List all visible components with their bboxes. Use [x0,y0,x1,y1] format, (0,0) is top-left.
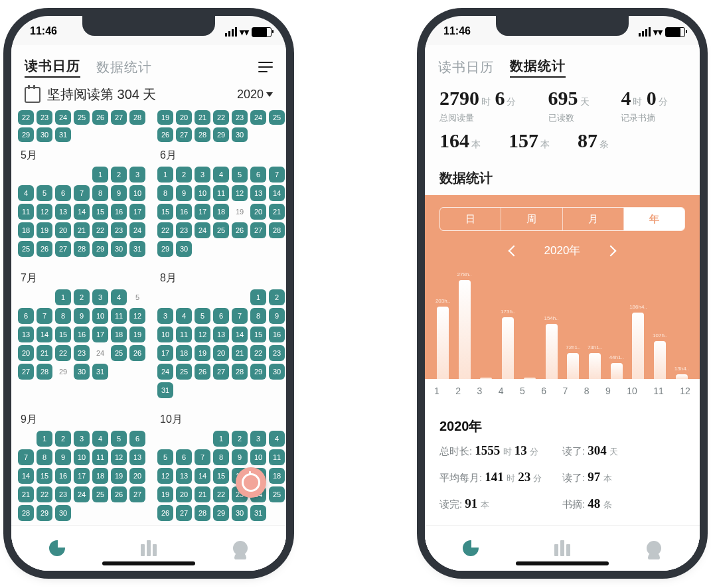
calendar-day[interactable]: 18 [18,222,34,238]
chart-bar[interactable] [459,280,471,379]
calendar-day[interactable]: 17 [195,204,210,220]
calendar-day[interactable]: 16 [111,204,127,220]
calendar-day[interactable]: 30 [74,364,90,380]
calendar-day[interactable]: 1 [213,431,229,447]
calendar-day[interactable]: 17 [92,327,108,342]
calendar-day[interactable]: 18 [176,345,192,361]
seg-day[interactable]: 日 [440,208,501,230]
calendar-day[interactable]: 11 [111,308,127,324]
tab-stats[interactable]: 数据统计 [96,58,152,76]
calendar-day[interactable]: 3 [74,431,90,447]
calendar-day[interactable]: 27 [213,364,229,380]
calendar-day[interactable]: 9 [74,308,90,324]
calendar-day[interactable]: 5 [129,289,145,305]
chart-bar[interactable] [567,353,579,379]
calendar-day[interactable]: 25 [74,110,90,125]
calendar-day[interactable]: 2 [55,431,71,447]
calendar-day[interactable]: 23 [176,222,192,238]
calendar-day[interactable]: 6 [176,449,192,465]
calendar-scroll[interactable]: 22232425262728293031 1920212223242526272… [11,110,286,571]
chart-bar[interactable] [480,378,492,379]
calendar-day[interactable]: 24 [157,364,173,380]
chart-bar[interactable] [654,341,666,379]
calendar-day[interactable]: 23 [37,110,52,125]
calendar-day[interactable]: 9 [111,185,127,201]
calendar-day[interactable]: 12 [129,308,145,324]
calendar-day[interactable]: 5 [157,449,173,465]
calendar-day[interactable]: 10 [74,449,90,465]
calendar-day[interactable]: 20 [250,204,266,220]
calendar-day[interactable]: 27 [250,222,266,238]
calendar-day[interactable]: 18 [269,468,285,484]
calendar-day[interactable]: 24 [74,486,90,502]
calendar-day[interactable]: 26 [129,345,145,361]
calendar-day[interactable]: 10 [250,449,266,465]
home-indicator[interactable] [102,561,195,565]
calendar-day[interactable]: 16 [55,468,71,484]
calendar-day[interactable]: 2 [111,167,127,183]
calendar-day[interactable]: 5 [232,167,248,183]
calendar-day[interactable]: 2 [176,167,192,183]
calendar-day[interactable]: 30 [232,505,248,521]
calendar-day[interactable]: 26 [37,241,52,257]
calendar-day[interactable]: 21 [269,204,285,220]
calendar-day[interactable]: 30 [176,241,192,257]
calendar-day[interactable]: 10 [92,308,108,324]
calendar-day[interactable]: 14 [232,327,248,342]
calendar-day[interactable]: 31 [129,241,145,257]
calendar-day[interactable]: 12 [157,468,173,484]
calendar-day[interactable]: 5 [111,431,127,447]
calendar-day[interactable]: 2 [74,289,90,305]
nav-profile[interactable] [195,526,286,571]
calendar-day[interactable]: 5 [195,308,210,324]
calendar-day[interactable]: 29 [55,364,71,380]
prev-icon[interactable] [508,245,519,256]
calendar-day[interactable]: 24 [92,345,108,361]
calendar-day[interactable]: 27 [176,505,192,521]
chart-bar[interactable] [437,307,449,379]
calendar-day[interactable]: 4 [269,431,285,447]
calendar-day[interactable]: 15 [37,468,52,484]
calendar-day[interactable]: 23 [111,222,127,238]
calendar-day[interactable]: 22 [157,222,173,238]
calendar-day[interactable]: 28 [269,222,285,238]
calendar-day[interactable]: 8 [157,185,173,201]
calendar-day[interactable]: 3 [129,167,145,183]
calendar-day[interactable]: 25 [213,222,229,238]
calendar-day[interactable]: 8 [55,308,71,324]
calendar-day[interactable]: 17 [129,204,145,220]
calendar-day[interactable]: 5 [37,185,52,201]
calendar-day[interactable]: 22 [213,486,229,502]
calendar-day[interactable]: 15 [250,327,266,342]
chart-bar[interactable] [524,378,536,379]
calendar-day[interactable]: 13 [213,327,229,342]
calendar-day[interactable]: 8 [213,449,229,465]
calendar-day[interactable]: 7 [74,185,90,201]
calendar-day[interactable]: 23 [74,345,90,361]
chart-bar[interactable] [611,363,623,379]
calendar-day[interactable]: 15 [157,204,173,220]
calendar-day[interactable]: 26 [111,486,127,502]
calendar-day[interactable]: 31 [250,505,266,521]
tab-stats[interactable]: 数据统计 [510,57,566,78]
calendar-day[interactable]: 19 [129,327,145,342]
calendar-day[interactable]: 8 [37,449,52,465]
chart-bar[interactable] [632,313,644,379]
calendar-day[interactable]: 14 [195,468,210,484]
calendar-day[interactable]: 29 [213,505,229,521]
calendar-day[interactable]: 14 [18,468,34,484]
chart-bar[interactable] [676,374,688,379]
calendar-day[interactable]: 16 [74,327,90,342]
calendar-day[interactable]: 28 [232,364,248,380]
calendar-day[interactable]: 23 [55,486,71,502]
nav-stats[interactable] [11,526,103,571]
calendar-day[interactable]: 3 [250,431,266,447]
calendar-day[interactable]: 22 [55,345,71,361]
calendar-day[interactable]: 13 [176,468,192,484]
calendar-day[interactable]: 19 [37,222,52,238]
calendar-day[interactable]: 29 [37,505,52,521]
calendar-day[interactable]: 19 [157,486,173,502]
calendar-day[interactable]: 6 [129,431,145,447]
calendar-day[interactable]: 29 [92,241,108,257]
calendar-day[interactable]: 29 [157,241,173,257]
